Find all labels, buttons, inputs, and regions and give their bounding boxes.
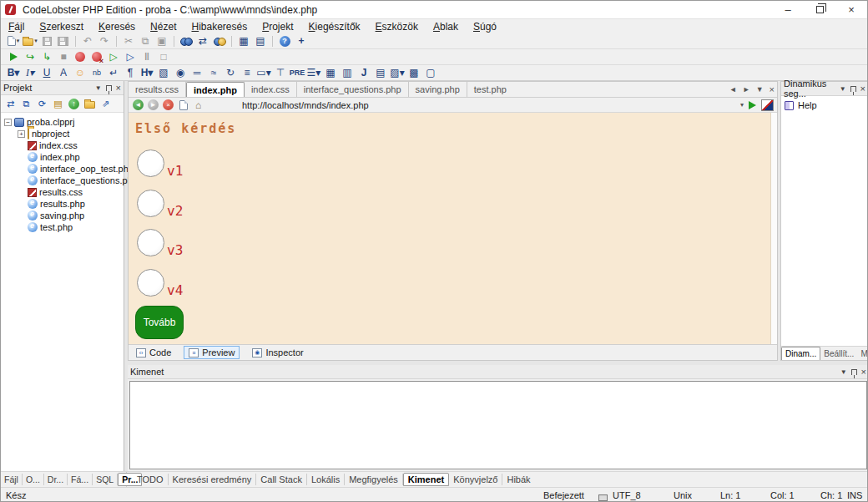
menu-view[interactable]: Nézet: [143, 19, 184, 33]
paragraph-button[interactable]: ¶: [122, 66, 139, 80]
refresh-page-button[interactable]: [177, 99, 189, 110]
menu-search[interactable]: Keresés: [91, 19, 143, 33]
tab-dynamic[interactable]: Dr...: [44, 474, 68, 485]
fullscreen-button[interactable]: +: [293, 34, 310, 48]
table-button[interactable]: ▦: [322, 66, 339, 80]
line-break-button[interactable]: ↵: [105, 66, 122, 80]
panel-close-icon[interactable]: ×: [116, 83, 121, 93]
tree-item-root[interactable]: − proba.clpprj: [1, 116, 124, 128]
preview-scrollbar[interactable]: [770, 113, 777, 346]
tree-item-interface-questions-php[interactable]: interface_questions.php: [1, 175, 124, 186]
tree-item-index-php[interactable]: index.php: [1, 151, 124, 163]
tab-todo[interactable]: TODO: [133, 474, 169, 485]
layer-button[interactable]: ▥: [339, 66, 356, 80]
help-link[interactable]: Help: [785, 100, 865, 110]
rotate-button[interactable]: ↻: [222, 66, 239, 80]
tab-list-icon[interactable]: ▼: [756, 85, 764, 94]
tree-item-saving-php[interactable]: saving.php: [1, 210, 124, 221]
panel-menu-icon[interactable]: ▼: [95, 84, 102, 92]
tab-preview[interactable]: ≡ Preview: [184, 346, 240, 359]
step-into-button[interactable]: ↳: [38, 50, 55, 64]
align-center-button[interactable]: ≡: [239, 66, 255, 80]
horizontal-rule-button[interactable]: ═: [189, 66, 205, 80]
tab-results-css[interactable]: results.css: [129, 82, 186, 97]
tab-settings[interactable]: Beállít...: [820, 347, 857, 360]
help-button[interactable]: ?: [276, 34, 293, 48]
tab-files[interactable]: Fájl: [1, 474, 23, 485]
close-button[interactable]: ×: [835, 1, 867, 18]
tab-errors[interactable]: Hibák: [502, 474, 534, 485]
tab-index-php[interactable]: index.php: [186, 82, 245, 97]
run-alt-button[interactable]: ▷: [122, 50, 139, 64]
url-dropdown-icon[interactable]: ▾: [740, 101, 744, 109]
nbsp-button[interactable]: nb: [88, 66, 105, 80]
panel-menu-icon[interactable]: ▼: [840, 85, 846, 93]
tree-item-nbproject[interactable]: + nbproject: [1, 128, 124, 139]
panel-menu-icon[interactable]: ▼: [840, 368, 847, 376]
tab-scroll-left-icon[interactable]: ◄: [729, 85, 737, 94]
tree-item-index-css[interactable]: index.css: [1, 139, 124, 151]
radio-option-4[interactable]: [137, 269, 164, 297]
output-console[interactable]: [129, 381, 867, 469]
save-button[interactable]: [38, 34, 55, 48]
toggle-breakpoint-button[interactable]: [72, 50, 88, 64]
tree-item-test-php[interactable]: test.php: [1, 221, 124, 233]
border-box-button[interactable]: ▭▾: [255, 66, 272, 80]
minimize-button[interactable]: –: [772, 1, 804, 18]
panel-close-icon[interactable]: ×: [861, 367, 866, 377]
iframe-button[interactable]: ▢: [422, 66, 439, 80]
menu-help[interactable]: Súgó: [466, 19, 504, 33]
insert-media-button[interactable]: ▨▾: [389, 66, 406, 80]
radio-option-1[interactable]: [137, 150, 164, 177]
smiley-button[interactable]: ☺: [72, 66, 88, 80]
collapse-icon[interactable]: −: [4, 119, 12, 126]
step-over-button[interactable]: ↪: [22, 50, 38, 64]
panel-close-icon[interactable]: ×: [860, 84, 865, 94]
menu-window[interactable]: Ablak: [426, 19, 466, 33]
run-in-browser-button[interactable]: [749, 101, 756, 109]
tab-bookmarks[interactable]: Könyvjelző: [449, 474, 502, 485]
tab-output[interactable]: Kimenet: [403, 473, 449, 486]
new-file-button[interactable]: ▾: [5, 34, 22, 48]
tree-item-results-php[interactable]: results.php: [1, 198, 124, 210]
paste-button[interactable]: ▣: [154, 34, 170, 48]
tab-close-icon[interactable]: ×: [770, 84, 775, 94]
menu-project[interactable]: Projekt: [255, 19, 300, 33]
snippets-button[interactable]: ▤: [252, 34, 269, 48]
next-button[interactable]: Tovább: [135, 306, 184, 339]
sync-file-button[interactable]: ⇄: [3, 97, 18, 110]
menu-debug[interactable]: Hibakeresés: [184, 19, 255, 33]
tab-filetree[interactable]: Fá...: [68, 474, 93, 485]
pre-button[interactable]: PRE: [289, 66, 305, 80]
pin-icon[interactable]: [106, 85, 112, 91]
properties-button[interactable]: ▤: [51, 97, 65, 110]
menu-plugins[interactable]: Kiegészítők: [301, 19, 368, 33]
redo-button[interactable]: ↷: [96, 34, 113, 48]
refresh-button[interactable]: ⟳: [35, 97, 49, 110]
undo-button[interactable]: ↶: [79, 34, 96, 48]
align-top-button[interactable]: ⊤: [272, 66, 289, 80]
cut-button[interactable]: ✂: [120, 34, 137, 48]
save-all-button[interactable]: [55, 34, 72, 48]
upload-button[interactable]: ↑: [67, 97, 81, 110]
export-button[interactable]: ⇗: [98, 97, 113, 110]
tab-call-stack[interactable]: Call Stack: [256, 474, 307, 485]
font-color-button[interactable]: A: [55, 66, 72, 80]
browser-engine-icon[interactable]: [761, 99, 774, 111]
bold-button[interactable]: B▾: [5, 66, 22, 80]
flash-button[interactable]: ▩: [406, 66, 422, 80]
tree-item-interface-oop-test-php[interactable]: interface_oop_test.php: [1, 163, 124, 175]
open-file-button[interactable]: ▾: [22, 34, 38, 48]
url-input[interactable]: http://localhost/mnds/index.php: [242, 100, 369, 110]
pause-button[interactable]: ‖: [139, 50, 155, 64]
run-to-cursor-button[interactable]: ▷: [105, 50, 122, 64]
copy-structure-button[interactable]: ⧉: [19, 97, 33, 110]
list-button[interactable]: ☰▾: [305, 66, 322, 80]
back-button[interactable]: ◄: [132, 99, 144, 110]
panels-button[interactable]: ▦: [235, 34, 252, 48]
tab-map[interactable]: Map: [857, 347, 868, 360]
menu-edit[interactable]: Szerkeszt: [32, 19, 91, 33]
tab-scroll-right-icon[interactable]: ►: [743, 85, 750, 94]
copy-button[interactable]: ⧉: [137, 34, 154, 48]
replace-button[interactable]: ⇄: [194, 34, 211, 48]
